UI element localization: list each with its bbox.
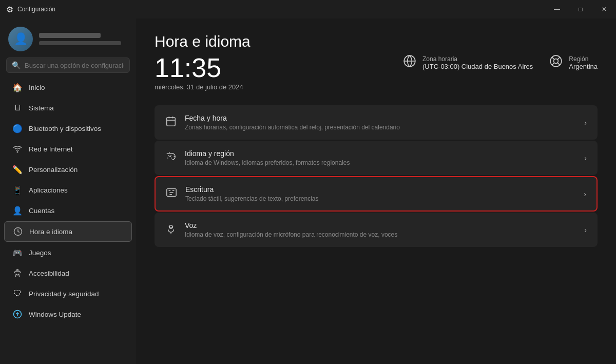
accesibilidad-icon [12, 268, 23, 278]
timezone-text: Zona horaria (UTC-03:00) Ciudad de Bueno… [422, 55, 533, 70]
cuentas-icon: 👤 [12, 205, 23, 216]
svg-point-0 [17, 151, 18, 152]
fecha-hora-desc: Zonas horarias, configuración automática… [185, 124, 584, 131]
sidebar-item-label: Cuentas [29, 207, 54, 215]
sidebar-item-label: Aplicaciones [29, 186, 68, 194]
main-content: Hora e idioma 11:35 miércoles, 31 de jul… [136, 18, 616, 364]
sidebar-item-red[interactable]: Red e Internet [4, 139, 132, 159]
timezone-value: (UTC-03:00) Ciudad de Buenos Aires [422, 63, 533, 70]
sidebar-item-label: Inicio [29, 84, 45, 91]
settings-item-fecha[interactable]: Fecha y hora Zonas horarias, configuraci… [155, 105, 598, 140]
search-icon: 🔍 [12, 61, 21, 69]
region-label: Región [569, 55, 598, 63]
escritura-desc: Teclado táctil, sugerencias de texto, pr… [185, 195, 584, 202]
region-icon [549, 54, 563, 71]
sidebar-item-hora[interactable]: Hora e idioma [4, 221, 132, 242]
page-title: Hora e idioma [155, 33, 598, 50]
avatar-image: 👤 [8, 27, 33, 51]
idioma-chevron: › [584, 154, 587, 162]
sidebar-item-label: Personalización [29, 166, 78, 174]
user-info [39, 33, 121, 45]
time-date: miércoles, 31 de julio de 2024 [155, 83, 243, 91]
svg-point-8 [554, 59, 559, 64]
maximize-button[interactable]: □ [569, 0, 592, 18]
home-icon: 🏠 [12, 82, 23, 92]
wifi-icon [12, 144, 23, 154]
timezone-icon [403, 54, 416, 71]
sidebar-item-personalizacion[interactable]: ✏️ Personalización [4, 160, 132, 179]
fecha-hora-chevron: › [584, 119, 587, 127]
sidebar-item-label: Sistema [29, 104, 54, 112]
sidebar-item-label: Accesibilidad [29, 270, 69, 277]
user-section: 👤 [0, 18, 136, 58]
sistema-icon: 🖥 [12, 103, 23, 113]
sidebar-item-sistema[interactable]: 🖥 Sistema [4, 98, 132, 118]
sidebar: 👤 🔍 🏠 Inicio 🖥 Sistema 🔵 Bluetooth y dis… [0, 18, 136, 364]
personalizacion-icon: ✏️ [12, 164, 23, 175]
sidebar-item-cuentas[interactable]: 👤 Cuentas [4, 201, 132, 220]
bluetooth-icon: 🔵 [12, 123, 23, 133]
privacidad-icon: 🛡 [12, 289, 23, 299]
sidebar-item-bluetooth[interactable]: 🔵 Bluetooth y dispositivos [4, 119, 132, 138]
svg-point-14 [169, 225, 172, 228]
sidebar-item-label: Bluetooth y dispositivos [29, 125, 101, 132]
sidebar-item-label: Windows Update [29, 311, 81, 318]
settings-list: Fecha y hora Zonas horarias, configuraci… [155, 105, 598, 247]
voz-chevron: › [584, 226, 587, 234]
time-left: 11:35 miércoles, 31 de julio de 2024 [155, 54, 243, 91]
time-right: Zona horaria (UTC-03:00) Ciudad de Bueno… [403, 54, 598, 71]
app-icon: ⚙ [6, 5, 13, 14]
sidebar-item-juegos[interactable]: 🎮 Juegos [4, 243, 132, 262]
svg-point-2 [17, 270, 18, 271]
avatar: 👤 [8, 27, 33, 51]
titlebar-title: Configuración [17, 6, 55, 13]
search-input[interactable] [25, 62, 124, 69]
idioma-icon [165, 151, 177, 165]
settings-item-voz[interactable]: Voz Idioma de voz, configuración de micr… [155, 213, 598, 247]
timezone-label: Zona horaria [422, 55, 533, 63]
time-section: 11:35 miércoles, 31 de julio de 2024 Zon… [155, 54, 598, 91]
escritura-title: Escritura [185, 185, 584, 194]
sidebar-item-label: Juegos [29, 249, 51, 257]
sidebar-item-windows-update[interactable]: Windows Update [4, 304, 132, 324]
escritura-chevron: › [584, 190, 586, 198]
search-box[interactable]: 🔍 [6, 58, 130, 73]
voz-text: Voz Idioma de voz, configuración de micr… [185, 221, 584, 238]
sidebar-item-inicio[interactable]: 🏠 Inicio [4, 78, 132, 97]
windows-update-icon [12, 309, 23, 319]
titlebar-left: ⚙ Configuración [6, 5, 55, 14]
sidebar-item-label: Privacidad y seguridad [29, 290, 99, 298]
minimize-button[interactable]: — [545, 0, 569, 18]
region-text: Región Argentina [569, 55, 598, 70]
sidebar-item-accesibilidad[interactable]: Accesibilidad [4, 263, 132, 283]
idioma-title: Idioma y región [185, 149, 584, 158]
close-button[interactable]: ✕ [592, 0, 616, 18]
settings-item-idioma[interactable]: Idioma y región Idioma de Windows, idiom… [155, 141, 598, 175]
fecha-hora-title: Fecha y hora [185, 114, 584, 122]
sidebar-item-aplicaciones[interactable]: 📱 Aplicaciones [4, 180, 132, 200]
escritura-text: Escritura Teclado táctil, sugerencias de… [185, 185, 584, 202]
juegos-icon: 🎮 [12, 247, 23, 258]
sidebar-item-label: Red e Internet [29, 145, 73, 153]
region-item: Región Argentina [549, 54, 598, 71]
idioma-desc: Idioma de Windows, idiomas preferidos, f… [185, 159, 584, 166]
voz-desc: Idioma de voz, configuración de micrófon… [185, 231, 584, 238]
user-name [39, 33, 101, 38]
settings-item-escritura[interactable]: Escritura Teclado táctil, sugerencias de… [155, 176, 598, 212]
time-display: 11:35 [155, 54, 243, 81]
idioma-text: Idioma y región Idioma de Windows, idiom… [185, 149, 584, 166]
voz-icon [165, 223, 177, 237]
app-body: 👤 🔍 🏠 Inicio 🖥 Sistema 🔵 Bluetooth y dis… [0, 18, 616, 364]
titlebar-controls: — □ ✕ [545, 0, 616, 18]
fecha-hora-text: Fecha y hora Zonas horarias, configuraci… [185, 114, 584, 131]
fecha-hora-icon [165, 116, 177, 129]
sidebar-item-label: Hora e idioma [29, 228, 72, 236]
titlebar: ⚙ Configuración — □ ✕ [0, 0, 616, 18]
sidebar-item-privacidad[interactable]: 🛡 Privacidad y seguridad [4, 284, 132, 303]
escritura-icon [166, 187, 177, 201]
svg-rect-9 [167, 118, 176, 126]
hora-icon [13, 226, 23, 237]
region-value: Argentina [569, 63, 598, 70]
voz-title: Voz [185, 221, 584, 229]
timezone-item: Zona horaria (UTC-03:00) Ciudad de Bueno… [403, 54, 533, 71]
